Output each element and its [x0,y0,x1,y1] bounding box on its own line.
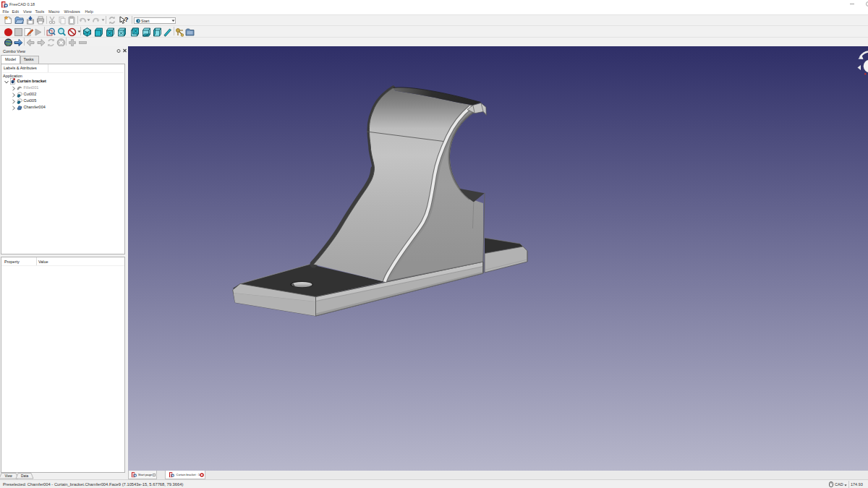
svg-text:Data: Data [21,474,28,478]
svg-text:View: View [5,474,13,478]
svg-text:?: ? [124,16,129,23]
